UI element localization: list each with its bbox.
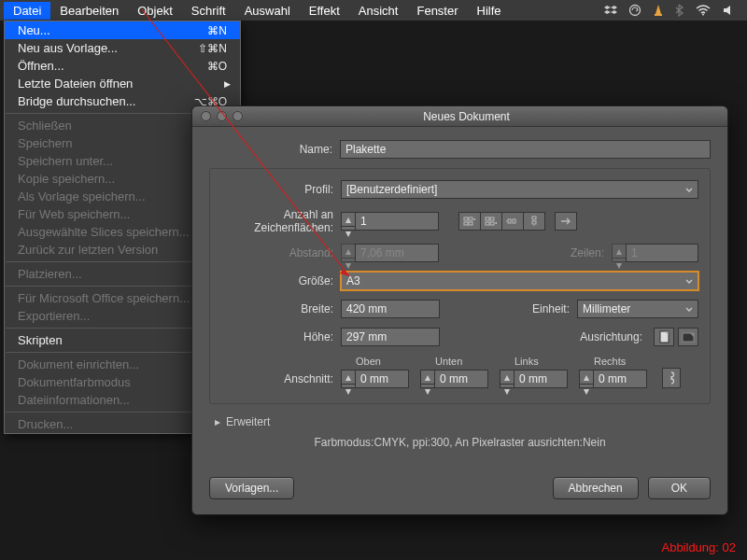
rows-label: Zeilen:	[571, 246, 612, 259]
submenu-arrow-icon: ▶	[224, 79, 231, 89]
width-label: Breite:	[210, 302, 341, 315]
svg-rect-1	[655, 14, 662, 16]
bleed-right-input[interactable]	[593, 370, 647, 388]
rows-input	[626, 244, 698, 262]
dialog-title: Neues Dokument	[205, 110, 727, 123]
triangle-right-icon: ▸	[215, 415, 220, 428]
svg-rect-14	[532, 221, 536, 224]
menu-objekt[interactable]: Objekt	[128, 2, 182, 20]
svg-rect-3	[464, 217, 468, 220]
profile-value: [Benutzerdefiniert]	[346, 183, 437, 196]
svg-rect-10	[490, 222, 494, 225]
orientation-portrait[interactable]	[654, 328, 674, 346]
bleed-right-stepper[interactable]: ▴▾	[579, 370, 594, 388]
menu-bearbeiten[interactable]: Bearbeiten	[50, 2, 128, 20]
unit-value: Millimeter	[583, 302, 630, 315]
rows-stepper: ▴▾	[612, 244, 627, 262]
bleed-left-label: Links	[500, 356, 568, 367]
menu-item-label: Öffnen...	[18, 59, 207, 73]
unit-label: Einheit:	[532, 302, 577, 315]
height-input[interactable]	[341, 328, 440, 346]
size-select[interactable]: A3	[341, 272, 698, 290]
menu-hilfe[interactable]: Hilfe	[468, 2, 511, 20]
menu-item[interactable]: Neu aus Vorlage...⇧⌘N	[5, 39, 240, 57]
cancel-button[interactable]: Abbrechen	[553, 477, 639, 499]
svg-rect-12	[513, 219, 515, 223]
advanced-toggle[interactable]: ▸Erweitert	[215, 415, 711, 428]
svg-rect-5	[464, 222, 468, 225]
menu-auswahl[interactable]: Auswahl	[235, 2, 300, 20]
spacing-label: Abstand:	[210, 246, 341, 259]
menu-item-label: Letzte Dateien öffnen	[18, 77, 227, 91]
orientation-landscape[interactable]	[678, 328, 698, 346]
unit-select[interactable]: Millimeter	[577, 300, 698, 318]
spacing-stepper: ▴▾	[341, 244, 356, 262]
bleed-bottom-stepper[interactable]: ▴▾	[420, 370, 435, 388]
bleed-left-stepper[interactable]: ▴▾	[500, 370, 514, 388]
bleed-top-label: Oben	[341, 356, 409, 367]
bluetooth-icon[interactable]	[669, 4, 689, 17]
bleed-bottom-label: Unten	[420, 356, 488, 367]
bleed-top-input[interactable]	[355, 370, 409, 388]
volume-icon[interactable]	[717, 5, 743, 16]
menu-item-label: Neu aus Vorlage...	[18, 41, 198, 55]
profile-select[interactable]: [Benutzerdefiniert]	[341, 180, 698, 199]
svg-rect-7	[486, 217, 489, 220]
menu-item[interactable]: Letzte Dateien öffnen▶	[5, 75, 240, 92]
vlc-icon[interactable]	[647, 4, 669, 17]
width-input[interactable]	[341, 300, 440, 318]
menu-fenster[interactable]: Fenster	[407, 2, 467, 20]
grid-row-icon[interactable]	[458, 212, 481, 231]
spacing-input	[355, 244, 439, 262]
document-summary: Farbmodus:CMYK, ppi:300, An Pixelraster …	[209, 436, 711, 449]
menu-item-label: Bridge durchsuchen...	[18, 94, 194, 108]
svg-rect-4	[469, 217, 472, 220]
height-label: Höhe:	[210, 330, 341, 343]
menu-datei[interactable]: Datei	[4, 2, 50, 20]
col-icon[interactable]	[523, 212, 545, 231]
menu-effekt[interactable]: Effekt	[300, 2, 349, 20]
artboards-label: Anzahl an Zeichenflächen:	[210, 208, 341, 234]
menu-schrift[interactable]: Schrift	[182, 2, 235, 20]
svg-rect-13	[532, 217, 536, 219]
link-bleed-icon[interactable]	[662, 368, 681, 388]
artboards-input[interactable]	[355, 212, 439, 231]
ok-button[interactable]: OK	[648, 477, 711, 499]
svg-point-2	[702, 14, 704, 16]
artboards-stepper[interactable]: ▴▾	[341, 212, 356, 231]
svg-rect-9	[486, 222, 489, 225]
grid-col-icon[interactable]	[480, 212, 502, 231]
bleed-left-input[interactable]	[514, 370, 568, 388]
orientation-label: Ausrichtung:	[580, 330, 650, 343]
menu-shortcut: ⌘O	[207, 60, 227, 73]
menu-shortcut: ⇧⌘N	[198, 42, 227, 55]
profile-label: Profil:	[210, 183, 341, 196]
sync-icon[interactable]	[623, 4, 647, 17]
artboard-arrangement	[459, 212, 545, 231]
row-rtl-icon[interactable]	[501, 212, 524, 231]
name-label: Name:	[209, 143, 340, 156]
templates-button[interactable]: Vorlagen...	[209, 477, 294, 499]
menu-ansicht[interactable]: Ansicht	[349, 2, 408, 20]
arrange-ltr-icon[interactable]	[555, 212, 577, 231]
new-document-dialog: Neues Dokument Name: Profil: [Benutzerde…	[191, 105, 728, 515]
menubar: Datei Bearbeiten Objekt Schrift Auswahl …	[0, 0, 747, 21]
figure-caption: Abbildung: 02	[661, 540, 736, 554]
svg-rect-11	[508, 219, 511, 223]
dropbox-icon[interactable]	[599, 5, 623, 16]
menu-shortcut: ⌘N	[207, 24, 227, 37]
wifi-icon[interactable]	[689, 5, 717, 16]
bleed-label: Anschnitt:	[210, 372, 341, 388]
name-input[interactable]	[340, 140, 711, 159]
chevron-down-icon	[684, 276, 694, 286]
menu-item-label: Neu...	[18, 23, 207, 37]
dialog-titlebar[interactable]: Neues Dokument	[192, 106, 727, 127]
menu-item[interactable]: Öffnen...⌘O	[5, 57, 240, 75]
chevron-down-icon	[684, 185, 694, 194]
bleed-bottom-input[interactable]	[434, 370, 488, 388]
svg-rect-8	[490, 217, 494, 220]
bleed-top-stepper[interactable]: ▴▾	[341, 370, 356, 388]
menu-item[interactable]: Neu...⌘N	[5, 21, 240, 39]
bleed-right-label: Rechts	[579, 356, 647, 367]
svg-rect-6	[469, 222, 472, 225]
